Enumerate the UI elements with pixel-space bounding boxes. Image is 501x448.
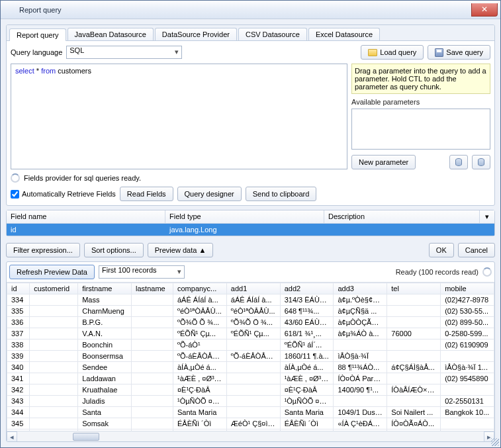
preview-status: Ready (100 records read) <box>396 268 478 276</box>
fields-status: Fields provider for sql queries ready. <box>24 174 141 182</box>
db-icon <box>478 158 484 166</box>
column-header[interactable]: add1 <box>226 283 280 294</box>
table-row[interactable]: 337V.A.N.ºÉÕÑ¹ Çµ...ºÉÕÑ¹ Çµ...618/1 ¾¹¸… <box>7 328 494 339</box>
window-title: Report query <box>19 6 62 14</box>
fields-table: Field name Field type Description ▾ id j… <box>6 210 495 236</box>
col-description[interactable]: Description <box>324 210 480 223</box>
ok-button[interactable]: OK <box>429 243 454 257</box>
column-header[interactable]: lastname <box>132 283 173 294</box>
parameter-hint: Drag a parameter into the query to add a… <box>351 64 490 94</box>
spinner-icon <box>482 267 492 277</box>
table-row[interactable]: 341Laddawan¹àÆÈ , ¤Ø³Á...¹àÆÈ , ¤Ø³Á...Í… <box>7 373 494 384</box>
scroll-left-icon[interactable]: ◂ <box>7 431 17 442</box>
sort-options-button[interactable]: Sort options... <box>84 243 144 257</box>
column-header[interactable]: companyc... <box>173 283 226 294</box>
db-icon <box>455 158 462 166</box>
disk-icon <box>435 48 443 57</box>
column-header[interactable]: add2 <box>280 283 334 294</box>
query-editor[interactable]: select * from customers <box>11 64 347 169</box>
app-icon <box>6 5 15 15</box>
fields-menu-button[interactable]: ▾ <box>480 210 494 223</box>
column-header[interactable]: firstname <box>78 283 132 294</box>
filter-expression-button[interactable]: Filter expression... <box>6 243 80 257</box>
table-row[interactable]: 340SendeeàÍÀ,µÒé á...àÍÀ,µÒé á...88 ¶¹¹¾… <box>7 362 494 373</box>
table-row[interactable]: 338BoonchinºÕ-áÒ¹ºÉÕÑ¹ áÍ´...(02) 619090… <box>7 339 494 351</box>
column-header[interactable]: id <box>7 283 30 294</box>
preview-data-button[interactable]: Preview data ▲ <box>148 243 214 257</box>
table-row[interactable]: 345SomsakÉÅÈÑì ´ÒìÆéÒ¹ Ç§¤ì¹...ÉÅÈÑì ´Òì… <box>7 418 494 429</box>
query-language-select[interactable]: SQL <box>66 46 182 59</box>
column-header[interactable]: add3 <box>334 283 387 294</box>
col-field-type[interactable]: Field type <box>165 210 324 223</box>
table-row[interactable]: 335CharnMuengºéÒ¹ªÒÂÅÙ...ºéÒ¹ªÒÂÅÙ...648… <box>7 306 494 317</box>
tab-report-query[interactable]: Report query <box>9 28 66 41</box>
tab-excel-datasource[interactable]: Excel Datasource <box>308 28 380 40</box>
col-field-name[interactable]: Field name <box>7 210 165 223</box>
horizontal-scrollbar[interactable]: ◂ ▸ <box>7 431 494 441</box>
table-row[interactable]: 334MassáÁÊ ÁÍáÍ à...áÁÊ ÁÍáÍ à...314/3 Ë… <box>7 294 494 306</box>
datasource-tabs: Report queryJavaBean DatasourceDataSourc… <box>7 25 494 41</box>
column-header[interactable]: tel <box>387 283 441 294</box>
tab-javabean-datasource[interactable]: JavaBean Datasource <box>68 28 154 40</box>
folder-icon <box>368 49 377 56</box>
read-fields-button[interactable]: Read Fields <box>120 187 173 201</box>
param-tool1-button[interactable] <box>449 155 468 169</box>
table-row[interactable]: 336B.P.G.ºÕ¾Õ Õ ¾...ºÕ¾Õ Ö ¾...43/60 ËÁÙ… <box>7 317 494 328</box>
resize-grip[interactable] <box>491 438 499 446</box>
spinner-icon <box>11 173 20 183</box>
close-button[interactable]: ✕ <box>471 3 498 17</box>
param-tool2-button[interactable] <box>472 155 490 169</box>
table-row[interactable]: 343Juladis¹ÒµÑÒÕ ¤¤¤Á...¹ÒµÑÒÕ ¤¤Á...02-… <box>7 396 494 407</box>
tab-csv-datasource[interactable]: CSV Datasource <box>238 28 307 40</box>
refresh-preview-button[interactable]: Refresh Preview Data <box>9 265 95 279</box>
cancel-button[interactable]: Cancel <box>458 243 495 257</box>
field-row[interactable]: id java.lang.Long <box>7 224 494 236</box>
title-bar: Report query ✕ <box>1 1 500 19</box>
query-language-label: Query language <box>11 48 62 56</box>
save-query-button[interactable]: Save query <box>428 45 490 60</box>
table-row[interactable]: 342Kruathalae¤È¹Ç·ÐàÂ¤È¹Ç·ÐàÂ1400/90 ¶¹.… <box>7 384 494 396</box>
preview-grid[interactable]: idcustomeridfirstnamelastnamecompanyc...… <box>7 283 494 431</box>
scroll-thumb[interactable] <box>73 433 99 441</box>
send-clipboard-button[interactable]: Send to clipboard <box>246 187 317 201</box>
table-row[interactable]: 339BoonsermsaºÕ-áÈÅÒÅÈ...ºÕ-áÈÅÒÅÈ...186… <box>7 351 494 362</box>
available-params-label: Available parameters <box>351 98 490 106</box>
column-header[interactable]: customerid <box>30 283 78 294</box>
column-header[interactable]: mobile <box>441 283 494 294</box>
load-query-button[interactable]: Load query <box>361 45 424 60</box>
auto-retrieve-checkbox[interactable]: Automatically Retrieve Fields <box>11 190 116 199</box>
available-params-list[interactable] <box>351 109 490 150</box>
new-parameter-button[interactable]: New parameter <box>351 155 416 169</box>
table-row[interactable]: 344SantaSanta MariaSanta Maria1049/1 Dus… <box>7 407 494 418</box>
query-designer-button[interactable]: Query designer <box>177 187 242 201</box>
tab-datasource-provider[interactable]: DataSource Provider <box>155 28 237 40</box>
records-limit-select[interactable]: First 100 records <box>99 265 185 279</box>
